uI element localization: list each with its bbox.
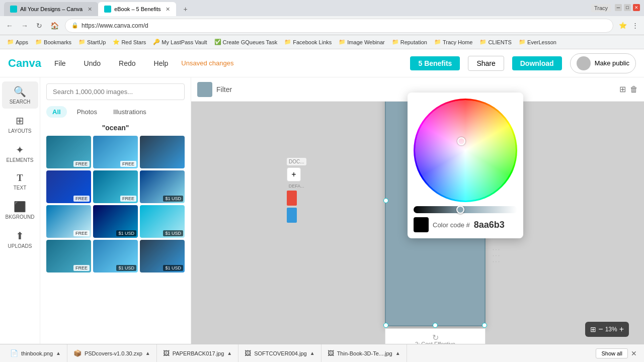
color-wheel-container[interactable] xyxy=(414,99,517,202)
make-public-button[interactable]: Make public xyxy=(570,53,636,73)
share-button[interactable]: Share xyxy=(468,56,504,71)
bookmark-image-webinar[interactable]: 📁 Image Webinar xyxy=(336,38,387,46)
image-item-10[interactable]: FREE xyxy=(46,240,91,273)
browser-tab-canva-designs[interactable]: All Your Designs – Canva ✕ xyxy=(4,2,98,16)
fit-to-screen-button[interactable]: ⊞ xyxy=(590,325,596,333)
new-tab-button[interactable]: + xyxy=(176,2,194,16)
image-item-1[interactable]: FREE xyxy=(46,136,91,168)
zoom-in-button[interactable]: + xyxy=(619,325,624,334)
sidebar-item-layouts[interactable]: ⊞ LAYOUTS xyxy=(2,111,38,138)
file-menu[interactable]: File xyxy=(49,56,71,70)
filter-color-swatch[interactable] xyxy=(197,82,212,97)
bookmark-redstars[interactable]: ⭐ Red Stars xyxy=(110,38,149,46)
filter-tab-illustrations[interactable]: Illustrations xyxy=(107,106,152,118)
close-button[interactable]: ✕ xyxy=(633,4,640,11)
canvas-area: Filter ⊞ 🗑 xyxy=(191,77,644,362)
handle-bm[interactable] xyxy=(433,323,438,328)
image-item-5[interactable]: FREE xyxy=(93,170,138,203)
color-code-row: Color code # 8aa6b3 xyxy=(414,217,517,232)
tab-favicon-designs xyxy=(10,6,17,13)
image-item-9[interactable]: $1 USD xyxy=(140,205,185,238)
image-item-12[interactable]: $1 USD xyxy=(140,240,185,273)
filter-tab-all[interactable]: All xyxy=(46,106,67,118)
filter-tab-photos[interactable]: Photos xyxy=(71,106,103,118)
download-item-paperback[interactable]: 🖼 PAPERBACK017.jpg ▲ xyxy=(157,344,238,362)
more-button[interactable]: ⋮ xyxy=(630,20,640,31)
redo-button[interactable]: Redo xyxy=(114,56,140,70)
image-item-6[interactable]: $1 USD xyxy=(140,170,185,203)
image-item-3[interactable] xyxy=(140,136,185,168)
app-container: Canva File Undo Redo Help Unsaved change… xyxy=(0,49,644,362)
badge-12: $1 USD xyxy=(163,265,183,271)
image-item-4[interactable]: FREE xyxy=(46,170,91,203)
color-code-value[interactable]: 8aa6b3 xyxy=(474,220,505,230)
psdcovers-chevron[interactable]: ▲ xyxy=(145,350,150,356)
paperback-chevron[interactable]: ▲ xyxy=(227,350,232,356)
thinbook3d-chevron[interactable]: ▲ xyxy=(395,350,400,356)
bookmark-lastpass[interactable]: 🔑 My LastPass Vault xyxy=(150,38,210,46)
brightness-slider[interactable] xyxy=(414,206,517,213)
color-swatch-red[interactable] xyxy=(287,191,297,206)
address-input[interactable]: 🔒 https://www.canva.com/d xyxy=(65,19,613,33)
bookmark-tracyhome[interactable]: 📁 Tracy Home xyxy=(431,38,476,46)
bookmark-bookmarks[interactable]: 📁 Bookmarks xyxy=(32,38,74,46)
show-all-button[interactable]: Show all xyxy=(596,348,628,358)
bookmark-apps[interactable]: 📁 Apps xyxy=(4,38,31,46)
color-wheel-hue[interactable] xyxy=(415,100,516,201)
browser-tab-ebook[interactable]: eBook – 5 Benefits ✕ xyxy=(98,2,176,16)
download-item-psdcovers[interactable]: 📦 PSDcovers-v1.0.30.zxp ▲ xyxy=(67,344,157,362)
forward-button[interactable]: → xyxy=(19,20,30,32)
canva-logo[interactable]: Canva xyxy=(8,57,41,70)
grid-icon[interactable]: ⊞ xyxy=(619,84,626,94)
zoom-out-button[interactable]: − xyxy=(598,325,603,334)
tab-close-designs[interactable]: ✕ xyxy=(88,6,92,13)
bookmark-reputation[interactable]: 📁 Reputation xyxy=(389,38,430,46)
maximize-button[interactable]: □ xyxy=(624,4,631,11)
thinbook-chevron[interactable]: ▲ xyxy=(56,350,61,356)
minimize-button[interactable]: ─ xyxy=(615,4,622,11)
softcover-chevron[interactable]: ▲ xyxy=(310,350,315,356)
handle-br[interactable] xyxy=(482,323,487,328)
handle-bl[interactable] xyxy=(383,323,388,328)
badge-11: $1 USD xyxy=(116,265,136,271)
download-button[interactable]: Download xyxy=(512,56,562,70)
text-icon: T xyxy=(17,173,23,184)
image-item-8[interactable]: $1 USD xyxy=(93,205,138,238)
sidebar-item-search[interactable]: 🔍 SEARCH xyxy=(2,81,38,109)
user-name: Tracy xyxy=(591,4,611,12)
bookmark-clients[interactable]: 📁 CLIENTS xyxy=(476,38,514,46)
sidebar-item-elements[interactable]: ✦ ELEMENTS xyxy=(2,140,38,167)
trash-icon[interactable]: 🗑 xyxy=(630,84,638,94)
image-item-11[interactable]: $1 USD xyxy=(93,240,138,273)
sidebar-elements-label: ELEMENTS xyxy=(7,157,34,163)
imagewebinar-folder-icon: 📁 xyxy=(339,39,346,45)
add-page-button[interactable]: + xyxy=(287,167,301,182)
main-content: 🔍 SEARCH ⊞ LAYOUTS ✦ ELEMENTS T TEXT ⬛ B… xyxy=(0,77,644,362)
sidebar-item-background[interactable]: ⬛ BKGROUND xyxy=(2,197,38,224)
bookmark-startup[interactable]: 📁 StartUp xyxy=(75,38,109,46)
sidebar-item-text[interactable]: T TEXT xyxy=(2,169,38,195)
color-swatch-blue[interactable] xyxy=(287,208,297,223)
download-item-softcover[interactable]: 🖼 SOFTCOVER004.jpg ▲ xyxy=(238,344,321,362)
download-item-thinbook3d[interactable]: 🖼 Thin-Book-3D-Te....jpg ▲ xyxy=(321,344,407,362)
color-wheel-sat xyxy=(415,100,516,201)
refresh-button[interactable]: ↻ xyxy=(34,20,44,32)
extensions-button[interactable]: ⭐ xyxy=(617,20,628,31)
search-input[interactable] xyxy=(46,83,185,100)
back-button[interactable]: ← xyxy=(4,20,15,32)
window-controls: Tracy ─ □ ✕ xyxy=(591,4,640,12)
help-button[interactable]: Help xyxy=(149,56,174,70)
download-item-thinbook[interactable]: 📄 thinbook.png ▲ xyxy=(4,344,67,362)
tab-close-ebook[interactable]: ✕ xyxy=(166,6,170,13)
undo-button[interactable]: Undo xyxy=(79,56,106,70)
browser-toolbar-icons: ⭐ ⋮ xyxy=(617,20,640,31)
uploads-icon: ⬆ xyxy=(16,230,24,242)
bookmark-gqueues[interactable]: ✅ Create GQueues Task xyxy=(211,38,281,46)
image-item-2[interactable]: FREE xyxy=(93,136,138,168)
home-button[interactable]: 🏠 xyxy=(48,20,61,32)
image-item-7[interactable]: FREE xyxy=(46,205,91,238)
bookmark-facebook[interactable]: 📁 Facebook Links xyxy=(281,38,335,46)
close-downloads-button[interactable]: ✕ xyxy=(628,348,640,358)
bookmark-everlesson[interactable]: 📁 EverLesson xyxy=(516,38,559,46)
sidebar-item-uploads[interactable]: ⬆ UPLOADS xyxy=(2,226,38,253)
